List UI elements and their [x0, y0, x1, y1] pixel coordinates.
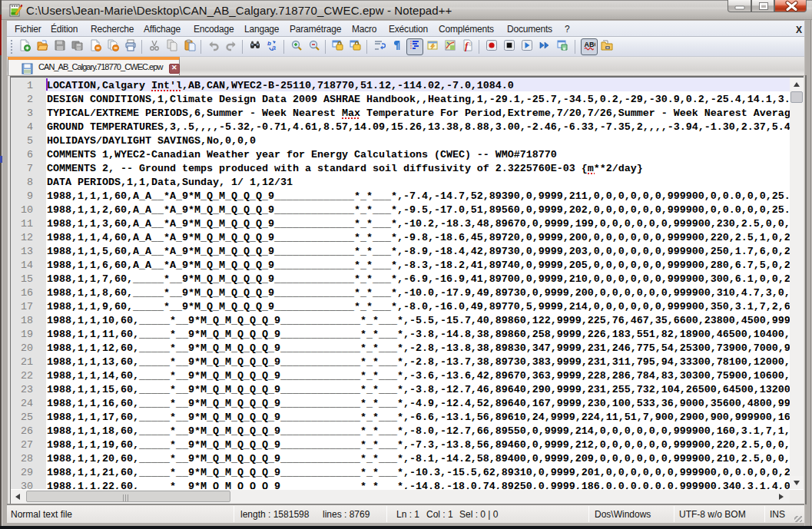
svg-text:b: b	[267, 40, 271, 47]
svg-text:ABC: ABC	[585, 41, 596, 48]
svg-text:{}: {}	[469, 41, 472, 46]
